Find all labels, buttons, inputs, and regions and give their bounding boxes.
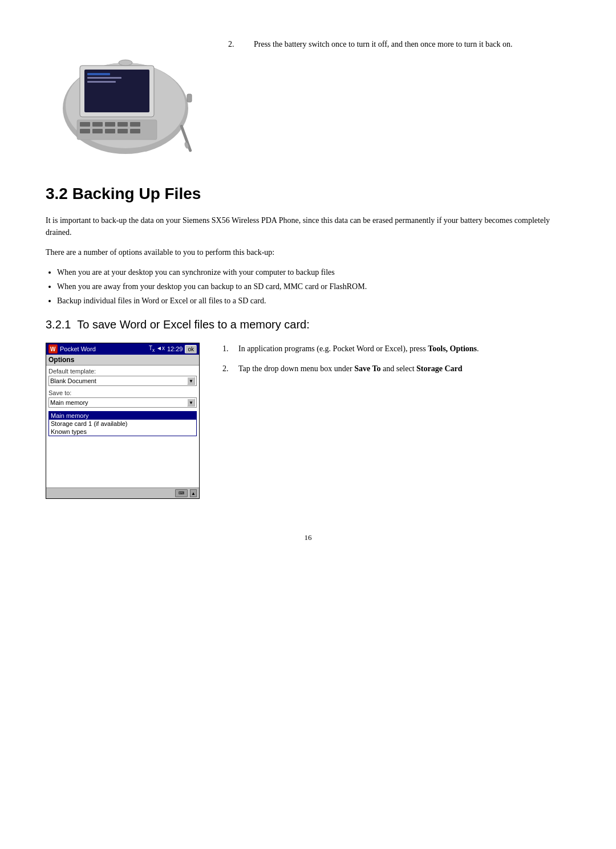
svg-rect-17 — [130, 129, 140, 133]
save-to-value: Main memory — [50, 399, 187, 406]
page-number: 16 — [46, 533, 570, 542]
svg-rect-11 — [117, 122, 128, 127]
inst-text-1: In application programs (e.g. Pocket Wor… — [238, 343, 570, 355]
save-to-label: Save to: — [48, 389, 197, 396]
svg-text:W: W — [50, 346, 56, 352]
ok-button[interactable]: ok — [185, 345, 197, 354]
svg-rect-18 — [180, 124, 192, 152]
pocket-word-screenshot: W Pocket Word Tx ◄x 12:29 ok Options Def… — [46, 343, 200, 499]
save-to-dropdown-menu: Main memory Storage card 1 (if available… — [48, 411, 197, 436]
inst-num-1: 1. — [222, 343, 234, 355]
dropdown-item-main-memory[interactable]: Main memory — [49, 412, 196, 420]
svg-rect-5 — [87, 77, 121, 79]
pocket-word-bottom-bar: ⌨ ▲ — [46, 488, 199, 498]
pocket-word-titlebar: W Pocket Word Tx ◄x 12:29 ok — [46, 343, 199, 355]
section-321-content: W Pocket Word Tx ◄x 12:29 ok Options Def… — [46, 343, 570, 499]
svg-rect-15 — [105, 129, 115, 133]
pocket-word-icon: W — [48, 344, 58, 354]
svg-rect-12 — [130, 122, 140, 127]
pocket-word-body: Default template: Blank Document ▼ Save … — [46, 365, 199, 488]
options-intro: There are a number of options available … — [46, 246, 570, 258]
inst-num-2: 2. — [222, 363, 234, 375]
instruction-2: 2. Tap the drop down menu box under Save… — [222, 363, 570, 375]
device-image — [46, 34, 205, 162]
svg-rect-16 — [117, 129, 128, 133]
svg-rect-4 — [87, 73, 110, 75]
svg-rect-9 — [92, 122, 103, 127]
section-32-heading: 3.2 Backing Up Files — [46, 185, 570, 203]
backup-option-1: When you are at your desktop you can syn… — [57, 266, 570, 278]
pocket-word-title: Pocket Word — [60, 346, 147, 352]
save-to-dropdown-arrow[interactable]: ▼ — [187, 399, 195, 407]
default-template-select[interactable]: Blank Document ▼ — [48, 376, 197, 386]
step-2-description: Press the battery switch once to turn it… — [254, 40, 512, 49]
section-321-heading: 3.2.1 To save Word or Excel files to a m… — [46, 318, 570, 331]
signal-icon: Tx ◄x — [149, 345, 165, 353]
top-section: 2. Press the battery switch once to turn… — [46, 34, 570, 162]
up-arrow-icon[interactable]: ▲ — [190, 489, 197, 497]
svg-rect-20 — [187, 94, 192, 102]
section-32-intro: It is important to back-up the data on y… — [46, 214, 570, 238]
keyboard-icon[interactable]: ⌨ — [175, 489, 188, 497]
svg-rect-10 — [105, 122, 115, 127]
backup-options-list: When you are at your desktop you can syn… — [57, 266, 570, 307]
default-template-label: Default template: — [48, 368, 197, 375]
body-spacer — [48, 440, 197, 485]
dropdown-item-known-types[interactable]: Known types — [49, 428, 196, 436]
options-menubar: Options — [46, 355, 199, 365]
default-template-dropdown-arrow[interactable]: ▼ — [187, 377, 195, 385]
instructions-list: 1. In application programs (e.g. Pocket … — [222, 343, 570, 375]
svg-rect-8 — [80, 122, 90, 127]
default-template-value: Blank Document — [50, 377, 187, 384]
svg-rect-3 — [84, 70, 149, 112]
backup-option-3: Backup individual files in Word or Excel… — [57, 295, 570, 307]
step-2-text: 2. Press the battery switch once to turn… — [228, 40, 570, 49]
save-to-select[interactable]: Main memory ▼ — [48, 397, 197, 408]
svg-rect-13 — [80, 129, 90, 133]
step-number-2: 2. — [228, 40, 240, 49]
instructions-column: 1. In application programs (e.g. Pocket … — [222, 343, 570, 383]
svg-rect-14 — [92, 129, 103, 133]
instruction-1: 1. In application programs (e.g. Pocket … — [222, 343, 570, 355]
svg-point-21 — [119, 60, 132, 66]
svg-rect-6 — [87, 81, 116, 83]
inst-text-2: Tap the drop down menu box under Save To… — [238, 363, 570, 375]
time-display: 12:29 — [167, 346, 183, 352]
dropdown-item-storage-card[interactable]: Storage card 1 (if available) — [49, 420, 196, 428]
backup-option-2: When you are away from your desktop you … — [57, 281, 570, 293]
